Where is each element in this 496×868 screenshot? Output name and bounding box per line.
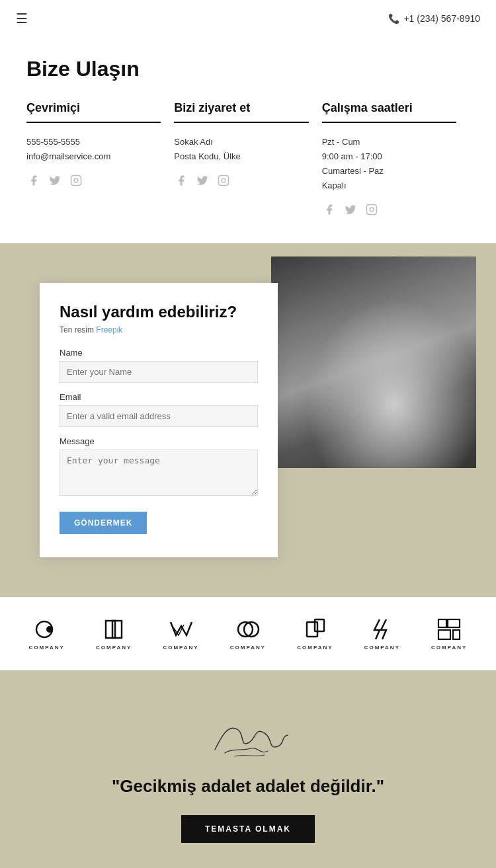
online-phone: 555-555-5555 <box>26 137 80 147</box>
logo-item-7: COMPANY <box>431 617 467 651</box>
instagram-icon-2[interactable] <box>216 173 231 188</box>
name-label: Name <box>60 348 258 358</box>
message-input[interactable] <box>60 450 258 496</box>
contact-columns: Çevrimiçi 555-555-5555 info@mailservice.… <box>26 101 470 217</box>
svg-rect-17 <box>453 630 460 639</box>
contact-form-card: Nasıl yardım edebiliriz? Ten resim Freep… <box>40 283 278 557</box>
menu-icon[interactable]: ☰ <box>16 11 28 26</box>
facebook-icon[interactable] <box>26 173 41 188</box>
logo-label-5: COMPANY <box>297 645 333 651</box>
facebook-icon-2[interactable] <box>174 173 188 188</box>
svg-rect-8 <box>106 621 115 638</box>
submit-button[interactable]: GÖNDERMEK <box>60 512 147 534</box>
name-group: Name <box>60 348 258 383</box>
svg-point-7 <box>46 626 53 633</box>
svg-rect-2 <box>219 176 229 186</box>
email-group: Email <box>60 392 258 427</box>
online-email: info@mailservice.com <box>26 151 110 161</box>
visit-social <box>174 173 308 188</box>
phone-area: 📞 +1 (234) 567-8910 <box>388 13 480 24</box>
svg-rect-4 <box>366 205 376 215</box>
svg-rect-16 <box>438 630 450 639</box>
logo-label-2: COMPANY <box>96 645 132 651</box>
hours-weekdays: Pzt - Cum <box>322 137 360 147</box>
twitter-icon-2[interactable] <box>195 173 210 188</box>
twitter-icon-3[interactable] <box>343 202 358 217</box>
hours-time: 9:00 am - 17:00 <box>322 151 382 161</box>
logo-label-1: COMPANY <box>29 645 65 651</box>
hours-weekend: Cumartesi - Paz <box>322 166 384 176</box>
logo-symbol-5 <box>301 617 329 642</box>
logo-label-7: COMPANY <box>431 645 467 651</box>
logo-item-3: COMPANY <box>163 617 198 651</box>
hours-heading: Çalışma saatleri <box>322 101 456 115</box>
logo-item-5: COMPANY <box>297 617 333 651</box>
form-section: Nasıl yardım edebiliriz? Ten resim Freep… <box>0 243 496 597</box>
freepik-credit: Ten resim Freepik <box>60 325 258 335</box>
svg-rect-13 <box>315 619 324 631</box>
instagram-icon[interactable] <box>69 173 83 188</box>
logo-symbol-4 <box>234 617 262 642</box>
twitter-icon[interactable] <box>48 173 62 188</box>
online-col: Çevrimiçi 555-555-5555 info@mailservice.… <box>26 101 174 217</box>
phone-icon: 📞 <box>388 13 399 24</box>
logo-symbol-3 <box>167 617 195 642</box>
email-input[interactable] <box>60 405 258 427</box>
freepik-link[interactable]: Freepik <box>96 325 122 335</box>
visit-line1: Sokak Adı <box>174 137 213 147</box>
logo-item-4: COMPANY <box>230 617 266 651</box>
logo-symbol-6 <box>368 617 396 642</box>
name-input[interactable] <box>60 361 258 383</box>
instagram-icon-3[interactable] <box>364 202 379 217</box>
quote-section: "Gecikmiş adalet adalet değildir." TEMAS… <box>0 670 496 868</box>
visit-heading: Bizi ziyaret et <box>174 101 308 115</box>
hours-col: Çalışma saatleri Pzt - Cum 9:00 am - 17:… <box>322 101 470 217</box>
svg-rect-0 <box>71 176 81 186</box>
message-label: Message <box>60 436 258 446</box>
online-social <box>26 173 161 188</box>
page-title: Bize Ulaşın <box>26 57 470 81</box>
svg-rect-14 <box>438 619 446 627</box>
logo-item-6: COMPANY <box>364 617 400 651</box>
form-heading: Nasıl yardım edebiliriz? <box>60 303 258 321</box>
message-group: Message <box>60 436 258 498</box>
logo-item-1: COMPANY <box>29 617 65 651</box>
top-bar: ☰ 📞 +1 (234) 567-8910 <box>0 0 496 37</box>
visit-line2: Posta Kodu, Ülke <box>174 151 240 161</box>
logo-item-2: COMPANY <box>96 617 132 651</box>
phone-number: +1 (234) 567-8910 <box>403 13 480 24</box>
hero-image <box>271 256 476 468</box>
signature <box>202 710 294 763</box>
logo-symbol-7 <box>435 617 463 642</box>
facebook-icon-3[interactable] <box>322 202 337 217</box>
visit-col: Bizi ziyaret et Sokak Adı Posta Kodu, Ül… <box>174 101 321 217</box>
logo-symbol-2 <box>100 617 128 642</box>
logos-section: COMPANY COMPANY COMPANY COMPANY <box>0 597 496 670</box>
logo-label-3: COMPANY <box>163 645 198 651</box>
svg-rect-12 <box>307 622 317 637</box>
hours-social <box>322 202 456 217</box>
svg-rect-15 <box>448 619 460 627</box>
contact-section: Bize Ulaşın Çevrimiçi 555-555-5555 info@… <box>0 37 496 243</box>
quote-text: "Gecikmiş adalet adalet değildir." <box>112 776 384 797</box>
logo-label-4: COMPANY <box>230 645 266 651</box>
svg-rect-9 <box>112 621 122 638</box>
logo-label-6: COMPANY <box>364 645 400 651</box>
online-heading: Çevrimiçi <box>26 101 161 115</box>
email-label: Email <box>60 392 258 402</box>
hours-closed: Kapalı <box>322 180 347 190</box>
logo-symbol-1 <box>33 617 61 642</box>
cta-button[interactable]: TEMASTA OLMAK <box>181 815 315 843</box>
